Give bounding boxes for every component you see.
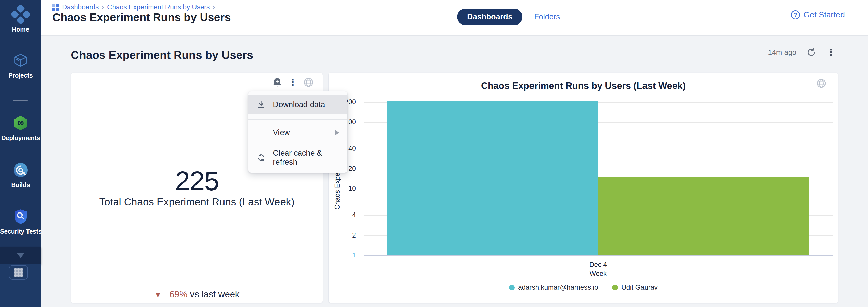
topbar: Dashboards › Chaos Experiment Runs by Us…: [41, 0, 868, 36]
y-tick-label: 4: [329, 211, 356, 219]
chart-plot-area: Chaos Experiment Runs Dec 4 Week adarsh.…: [329, 73, 838, 303]
menu-item-download-data[interactable]: Download data: [248, 95, 347, 114]
y-tick-label: 2: [329, 231, 356, 239]
sidebar-item-label: Security Tests: [0, 228, 41, 235]
tile-kebab-menu[interactable]: ⋮: [288, 78, 298, 87]
sidebar-bottom-section: [0, 264, 41, 307]
menu-item-clear-cache[interactable]: Clear cache & refresh: [248, 146, 347, 169]
dashboard-kebab-menu[interactable]: ⋮: [826, 48, 836, 57]
legend-dot-icon: [509, 285, 515, 290]
page-title: Chaos Experiment Runs by Users: [53, 11, 231, 24]
breadcrumb-link-dashboards[interactable]: Dashboards: [62, 3, 99, 11]
legend-label: Udit Gaurav: [621, 283, 658, 291]
breadcrumb: Dashboards › Chaos Experiment Runs by Us…: [52, 3, 215, 11]
y-tick-label: 1: [329, 251, 356, 259]
chart-legend: adarsh.kumar@harness.ioUdit Gaurav: [329, 283, 838, 291]
chart-card: Chaos Experiment Runs by Users (Last Wee…: [329, 73, 838, 303]
breadcrumb-link-current[interactable]: Chaos Experiment Runs by Users: [107, 3, 210, 11]
delta-suffix: vs last week: [190, 289, 239, 300]
delta-vs-last-week: ▼ -69% vs last week: [71, 289, 322, 300]
help-icon: ?: [791, 10, 800, 20]
dashboard-header-actions: 14m ago ⋮: [768, 48, 836, 57]
menu-item-label: View: [273, 128, 290, 137]
x-axis-title: Week: [388, 270, 809, 278]
y-tick-label: 10: [329, 185, 356, 193]
bar-udit-gaurav[interactable]: [598, 177, 809, 255]
total-runs-caption: Total Chaos Experiment Runs (Last Week): [71, 196, 322, 208]
deployments-hexagon-icon: [0, 114, 41, 132]
last-updated-text: 14m ago: [768, 48, 796, 57]
tile-context-menu: Download data View Clear cache & refresh: [248, 91, 347, 173]
view-switch-tabs: Dashboards Folders: [457, 8, 560, 25]
get-started-label: Get Started: [803, 10, 845, 20]
tab-folders[interactable]: Folders: [534, 12, 560, 22]
refresh-cycle-icon: [256, 154, 266, 162]
cube-icon: [0, 52, 41, 69]
get-started-link[interactable]: ? Get Started: [791, 10, 845, 20]
x-axis-line: [364, 255, 833, 256]
sidebar-item-home[interactable]: Home: [0, 5, 41, 33]
refresh-icon: [806, 48, 816, 57]
sidebar-item-label: Deployments: [0, 134, 41, 142]
grid-icon: [14, 268, 23, 277]
sidebar-item-label: Projects: [0, 72, 41, 79]
dashboard-heading: Chaos Experiment Runs by Users: [71, 49, 253, 62]
refresh-button[interactable]: [806, 48, 816, 57]
tile-globe-button[interactable]: [304, 77, 314, 87]
bell-plus-icon: [273, 78, 282, 87]
alert-bell-button[interactable]: [273, 78, 282, 87]
download-icon: [256, 101, 266, 109]
sidebar-collapse-strip[interactable]: [0, 247, 41, 264]
delta-value: -69%: [166, 289, 187, 300]
sidebar-item-projects[interactable]: Projects: [0, 52, 41, 79]
chevron-right-icon: ›: [213, 3, 215, 11]
harness-home-icon: [0, 5, 41, 23]
legend-item[interactable]: Udit Gaurav: [612, 283, 658, 291]
menu-item-label: Clear cache & refresh: [273, 148, 347, 167]
legend-label: adarsh.kumar@harness.io: [518, 283, 598, 291]
menu-item-label: Download data: [273, 100, 325, 109]
sidebar-item-label: Home: [0, 26, 41, 33]
submenu-arrow-icon: [335, 130, 339, 136]
sidebar-item-security-tests[interactable]: Security Tests: [0, 208, 41, 235]
sidebar-item-label: Builds: [0, 182, 41, 189]
dashboards-tiles-icon: [52, 3, 59, 11]
chevron-right-icon: ›: [102, 3, 104, 11]
bar-adarsh-kumar-harness-io[interactable]: [388, 101, 598, 255]
tile-actions: ⋮: [273, 77, 314, 87]
tab-dashboards[interactable]: Dashboards: [457, 8, 522, 25]
security-shield-icon: [0, 208, 41, 225]
legend-dot-icon: [612, 285, 618, 290]
globe-icon: [304, 77, 314, 87]
sidebar: Home Projects: [0, 0, 41, 307]
sidebar-item-deployments[interactable]: Deployments: [0, 114, 41, 142]
triangle-down-icon: ▼: [154, 290, 162, 299]
sidebar-divider: [13, 100, 28, 101]
chevron-down-icon: [17, 253, 25, 258]
sidebar-item-builds[interactable]: Builds: [0, 161, 41, 189]
x-tick-label: Dec 4: [388, 261, 809, 269]
builds-icon: [0, 161, 41, 179]
menu-item-view[interactable]: View: [248, 120, 347, 145]
module-selector-button[interactable]: [9, 265, 28, 280]
legend-item[interactable]: adarsh.kumar@harness.io: [509, 283, 598, 291]
